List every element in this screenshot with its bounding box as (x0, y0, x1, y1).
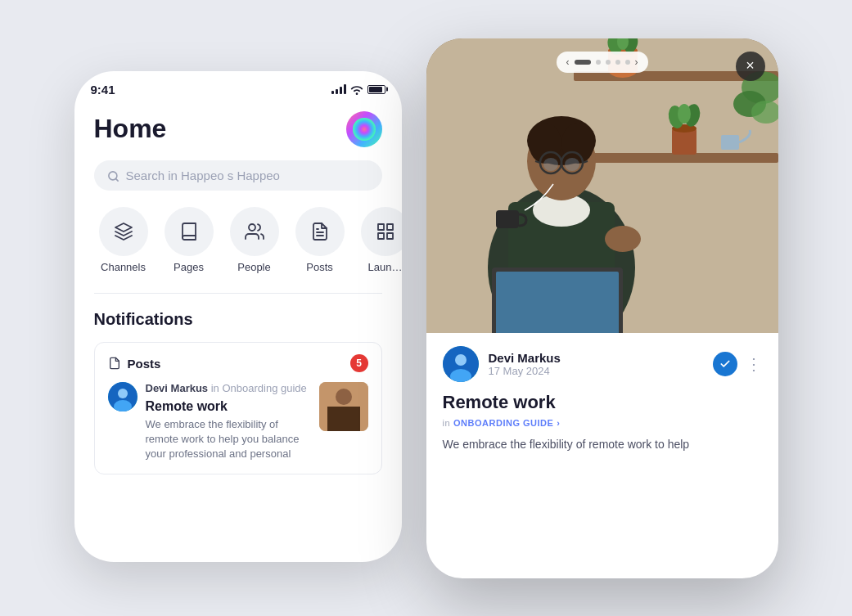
status-bar: 9:41 (74, 71, 402, 103)
svg-rect-17 (327, 407, 360, 431)
svg-point-4 (249, 224, 255, 231)
svg-rect-9 (387, 233, 393, 239)
notif-card-header: Posts 5 (108, 354, 368, 372)
search-bar[interactable]: Search in Happeo s Happeo (94, 160, 382, 191)
svg-rect-52 (496, 272, 619, 333)
launch-icon (361, 207, 402, 256)
post-channel-arrow: › (557, 418, 560, 428)
svg-rect-32 (721, 135, 739, 150)
hero-illustration (426, 38, 778, 333)
hero-image: ‹ › × (426, 38, 778, 333)
svg-rect-10 (378, 233, 384, 239)
post-channel-prefix: in (443, 418, 451, 428)
posts-icon (295, 207, 345, 256)
carousel-dot-4[interactable] (615, 60, 620, 65)
channels-icon (99, 207, 148, 256)
carousel-dot-5[interactable] (625, 60, 630, 65)
quick-action-people[interactable]: People (225, 207, 284, 273)
svg-point-42 (561, 123, 594, 164)
post-content-area: Devi Markus 17 May 2024 ⋮ Remote work in… (426, 333, 778, 466)
hero-scene: ‹ › × (426, 38, 778, 333)
more-options-button[interactable]: ⋮ (746, 354, 762, 374)
carousel-dot-3[interactable] (606, 60, 611, 65)
signal-bars-icon (331, 84, 346, 94)
search-placeholder-text: Search in Happeo s Happeo (126, 169, 280, 182)
notifications-title: Notifications (94, 310, 382, 329)
status-time: 9:41 (91, 83, 115, 97)
phone-front: ‹ › × (426, 38, 778, 578)
svg-rect-7 (378, 224, 384, 230)
people-icon (230, 207, 279, 256)
carousel-next-button[interactable]: › (635, 56, 638, 68)
svg-point-0 (353, 118, 376, 141)
svg-point-53 (605, 226, 641, 252)
post-channel-name: Onboarding guide (222, 382, 306, 394)
search-icon (107, 169, 119, 183)
quick-action-launch[interactable]: Laun… (356, 207, 402, 273)
carousel-dot-2[interactable] (596, 60, 601, 65)
svg-point-48 (543, 158, 558, 171)
scene: 9:41 (74, 38, 778, 578)
app-title: Home (94, 114, 167, 144)
carousel-prev-button[interactable]: ‹ (566, 56, 570, 68)
post-author-line: Devi Markus in Onboarding guide (146, 382, 311, 394)
status-icons (331, 83, 385, 96)
front-post-author-avatar (443, 346, 479, 382)
carousel-dots[interactable]: ‹ › (557, 52, 648, 73)
app-header: Home (74, 103, 402, 160)
verified-icon (713, 352, 737, 376)
profile-avatar-button[interactable] (346, 111, 382, 147)
notif-type-label: Posts (108, 357, 161, 371)
notifications-section: Notifications Posts 5 (74, 294, 402, 474)
post-list-item[interactable]: Devi Markus in Onboarding guide Remote w… (108, 382, 368, 462)
quick-action-pages[interactable]: Pages (160, 207, 219, 273)
pages-icon (165, 207, 214, 256)
svg-point-41 (529, 123, 561, 164)
post-channel-name: ONBOARDING GUIDE (453, 418, 553, 428)
post-header-row: Devi Markus 17 May 2024 ⋮ (443, 346, 762, 382)
front-post-body: We embrace the flexibility of remote wor… (443, 436, 762, 453)
svg-point-31 (678, 104, 691, 124)
wifi-icon (350, 83, 363, 96)
svg-rect-8 (387, 224, 393, 230)
post-title: Remote work (146, 399, 311, 414)
svg-marker-3 (115, 223, 132, 232)
svg-point-55 (455, 354, 467, 366)
post-author-name: Devi Markus (146, 382, 209, 394)
people-label: People (237, 261, 270, 273)
front-author-name: Devi Markus (489, 351, 703, 365)
posts-label: Posts (306, 261, 333, 273)
posts-notification-card[interactable]: Posts 5 Devi Markus (94, 342, 382, 474)
channels-label: Channels (101, 261, 146, 273)
quick-action-channels[interactable]: Channels (94, 207, 153, 273)
pages-label: Pages (174, 261, 204, 273)
front-post-title: Remote work (443, 392, 762, 413)
post-channel-link[interactable]: in ONBOARDING GUIDE › (443, 418, 762, 428)
posts-badge: 5 (350, 354, 368, 372)
front-post-author-info: Devi Markus 17 May 2024 (489, 351, 703, 377)
post-meta: Devi Markus in Onboarding guide Remote w… (146, 382, 311, 462)
svg-point-49 (565, 158, 579, 171)
phone-back: 9:41 (74, 71, 402, 562)
svg-rect-50 (496, 210, 519, 228)
quick-action-posts[interactable]: Posts (291, 207, 349, 273)
close-button[interactable]: × (736, 52, 765, 81)
carousel-dot-1[interactable] (575, 60, 591, 65)
svg-point-15 (336, 389, 352, 405)
svg-point-12 (118, 389, 128, 398)
notif-posts-icon (108, 357, 121, 370)
quick-actions-row: Channels Pages People (74, 207, 402, 273)
post-action-buttons: ⋮ (713, 352, 762, 376)
post-thumbnail (319, 382, 368, 431)
launch-label: Laun… (368, 261, 402, 273)
post-author-avatar (108, 382, 137, 411)
battery-icon (367, 85, 385, 94)
svg-line-2 (115, 178, 118, 181)
front-post-date: 17 May 2024 (489, 365, 703, 377)
post-excerpt: We embrace the flexibility of remote wor… (146, 417, 311, 462)
